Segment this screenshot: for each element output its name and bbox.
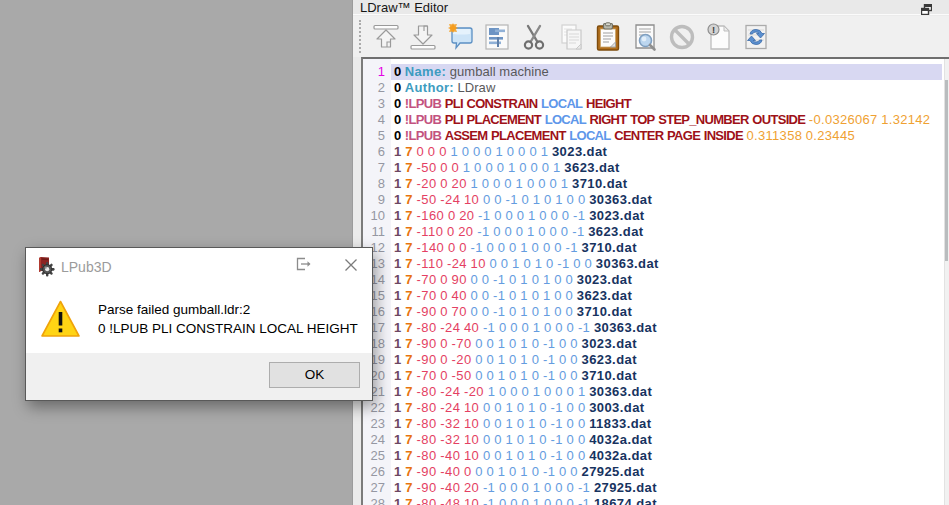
line-number: 27 [363, 480, 391, 496]
code-line[interactable]: 1 7 0 0 0 1 0 0 0 1 0 0 0 1 3023.dat [391, 144, 944, 160]
code-line[interactable]: 1 7 -80 -48 10 -1 0 0 0 1 0 0 0 -1 18674… [391, 496, 944, 505]
code-line[interactable]: 1 7 -50 0 0 1 0 0 0 1 0 0 0 1 3623.dat [391, 160, 944, 176]
code-line[interactable]: 1 7 -90 -40 20 -1 0 0 0 1 0 0 0 -1 27925… [391, 480, 944, 496]
find-icon [630, 22, 660, 52]
code-line[interactable]: 1 7 -80 -40 10 0 0 1 0 1 0 -1 0 0 4032a.… [391, 448, 944, 464]
line-number: 5 [363, 128, 391, 144]
ldraw-editor-panel: LDraw™ Editor [352, 0, 949, 505]
toolbar-drag-handle[interactable] [359, 20, 362, 53]
page-error-button[interactable]: ! [700, 18, 737, 55]
line-number: 24 [363, 432, 391, 448]
code-line[interactable]: 1 7 -90 0 -70 0 0 1 0 1 0 -1 0 0 3023.da… [391, 336, 944, 352]
dialog-message-line1: Parse failed gumball.ldr:2 [98, 300, 358, 319]
code-line[interactable]: 1 7 -70 0 90 0 0 -1 0 1 0 1 0 0 3023.dat [391, 272, 944, 288]
line-number: 25 [363, 448, 391, 464]
panel-titlebar: LDraw™ Editor [353, 0, 949, 15]
cancel-icon [667, 22, 697, 52]
copy-icon [556, 22, 586, 52]
code-line[interactable]: 1 7 -110 -24 10 0 0 1 0 1 0 -1 0 0 30363… [391, 256, 944, 272]
cut-button[interactable] [515, 18, 552, 55]
line-number: 8 [363, 176, 391, 192]
redraw-arrow-down-icon [408, 22, 438, 52]
line-number: 11 [363, 224, 391, 240]
code-line[interactable]: 1 7 -110 0 20 -1 0 0 0 1 0 0 0 -1 3623.d… [391, 224, 944, 240]
code-line[interactable]: 1 7 -80 -32 10 0 0 1 0 1 0 -1 0 0 4032a.… [391, 432, 944, 448]
panel-title: LDraw™ Editor [360, 0, 448, 15]
dialog-message: Parse failed gumball.ldr:2 0 !LPUB PLI C… [98, 300, 358, 338]
ok-button[interactable]: OK [269, 362, 360, 388]
lpub3d-logo-icon [37, 256, 55, 277]
code-line[interactable]: 1 7 -70 0 40 0 0 -1 0 1 0 1 0 0 3623.dat [391, 288, 944, 304]
ldraw-code-editor[interactable]: 1234567891011121314151617181920212223242… [361, 57, 949, 505]
lpub3d-message-dialog: LPub3D Parse failed gumball.ldr:2 0 !LPU… [25, 247, 373, 401]
code-line[interactable]: 0 Name: gumball machine [391, 64, 942, 80]
find-button[interactable] [626, 18, 663, 55]
code-line[interactable]: 0 Author: LDraw [391, 80, 944, 96]
code-line[interactable]: 1 7 -50 -24 10 0 0 -1 0 1 0 1 0 0 30363.… [391, 192, 944, 208]
line-number: 10 [363, 208, 391, 224]
code-line[interactable]: 1 7 -80 -24 -20 1 0 0 0 1 0 0 0 1 30363.… [391, 384, 944, 400]
code-line[interactable]: 1 7 -80 -24 40 -1 0 0 0 1 0 0 0 -1 30363… [391, 320, 944, 336]
line-number: 3 [363, 96, 391, 112]
line-part-relationship-icon [482, 22, 512, 52]
line-number: 9 [363, 192, 391, 208]
refresh-icon [741, 22, 771, 52]
refresh-button[interactable] [737, 18, 774, 55]
code-line[interactable]: 1 7 -90 0 -20 0 0 1 0 1 0 -1 0 0 3623.da… [391, 352, 944, 368]
dialog-message-line2: 0 !LPUB PLI CONSTRAIN LOCAL HEIGHT [98, 319, 358, 338]
code-line[interactable]: 1 7 -160 0 20 -1 0 0 0 1 0 0 0 -1 3023.d… [391, 208, 944, 224]
line-number: 28 [363, 496, 391, 505]
redraw-button[interactable] [404, 18, 441, 55]
paste-button[interactable] [589, 18, 626, 55]
dialog-body: Parse failed gumball.ldr:2 0 !LPUB PLI C… [26, 285, 372, 353]
dialog-footer: OK [26, 353, 372, 400]
code-line[interactable]: 0 !LPUB PLI PLACEMENT LOCAL RIGHT TOP ST… [391, 112, 944, 128]
paste-icon [593, 22, 623, 52]
undock-icon[interactable] [296, 257, 316, 273]
code-line[interactable]: 1 7 -140 0 0 -1 0 0 0 1 0 0 0 -1 3710.da… [391, 240, 944, 256]
editor-toolbar: ! [353, 16, 949, 57]
line-number: 6 [363, 144, 391, 160]
code-line[interactable]: 1 7 -90 0 70 0 0 -1 0 1 0 1 0 0 3710.dat [391, 304, 944, 320]
line-number: 4 [363, 112, 391, 128]
svg-text:!: ! [711, 24, 714, 35]
comment-new-icon [445, 22, 475, 52]
cut-icon [519, 22, 549, 52]
dialog-title: LPub3D [61, 259, 112, 275]
page-error-icon: ! [704, 22, 734, 52]
code-line[interactable]: 0 !LPUB ASSEM PLACEMENT LOCAL CENTER PAG… [391, 128, 944, 144]
scrollbar-thumb[interactable] [945, 80, 948, 261]
dialog-titlebar[interactable]: LPub3D [26, 248, 372, 285]
code-line[interactable]: 1 7 -80 -24 10 0 0 1 0 1 0 -1 0 0 3003.d… [391, 400, 944, 416]
code-line[interactable]: 1 7 -70 0 -50 0 0 1 0 1 0 -1 0 0 3710.da… [391, 368, 944, 384]
float-panel-icon[interactable] [921, 1, 932, 12]
line-number: 7 [363, 160, 391, 176]
code-line[interactable]: 1 7 -20 0 20 1 0 0 0 1 0 0 0 1 3710.dat [391, 176, 944, 192]
cancel-button[interactable] [663, 18, 700, 55]
add-comment-button[interactable] [441, 18, 478, 55]
code-line[interactable]: 1 7 -90 -40 0 0 0 1 0 1 0 -1 0 0 27925.d… [391, 464, 944, 480]
close-icon[interactable] [343, 257, 359, 273]
vertical-scrollbar[interactable] [944, 59, 949, 505]
code-line[interactable]: 1 7 -80 -32 10 0 0 1 0 1 0 -1 0 0 11833.… [391, 416, 944, 432]
line-number: 26 [363, 464, 391, 480]
part-relationship-button[interactable] [478, 18, 515, 55]
copy-button[interactable] [552, 18, 589, 55]
update-button[interactable] [367, 18, 404, 55]
warning-triangle-icon [40, 299, 81, 339]
update-arrow-up-icon [371, 22, 401, 52]
line-number: 22 [363, 400, 391, 416]
code-line[interactable]: 0 !LPUB PLI CONSTRAIN LOCAL HEIGHT [391, 96, 944, 112]
line-number: 23 [363, 416, 391, 432]
code-area[interactable]: 0 Name: gumball machine0 Author: LDraw0 … [391, 64, 944, 505]
line-number: 2 [363, 80, 391, 96]
line-number: 1 [363, 64, 391, 80]
